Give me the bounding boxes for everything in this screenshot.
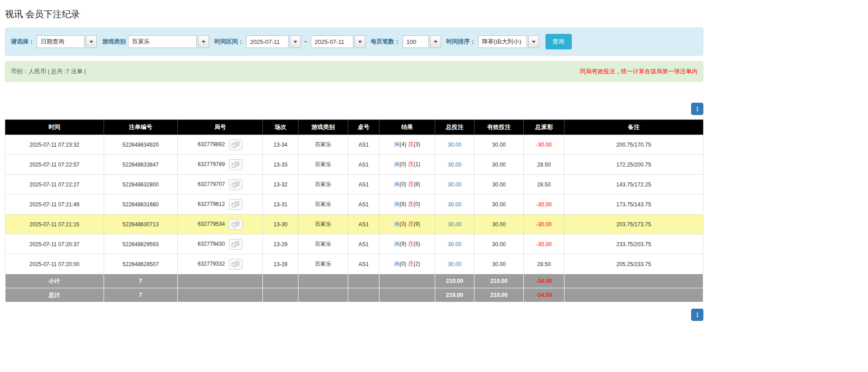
cell-result: 闲(9)庄(5) [379,234,435,254]
header-remark: 备注 [564,120,703,135]
query-type-combobox [37,35,97,48]
empty-cell [299,274,348,288]
cell-valid-bet: 30.00 [474,215,524,234]
cell-game: 百家乐 [299,195,348,215]
result-banker: 庄 [408,241,413,247]
cell-round: 632779534 [178,215,263,234]
cell-valid-bet: 30.00 [474,155,524,175]
roadmap-button[interactable] [229,139,242,150]
dice-icon [232,181,240,188]
cell-bet-id: 522648630713 [104,215,178,234]
table-row: 2025-07-11 07:22:27 522648632800 6327797… [5,175,703,195]
empty-cell [263,274,299,288]
result-player: 闲 [394,241,400,247]
cell-game: 百家乐 [299,215,348,234]
date-to-dropdown-button[interactable] [355,35,365,48]
cell-session: 13-28 [263,254,299,274]
cell-time: 2025-07-11 07:22:57 [5,155,104,175]
cell-valid-bet: 30.00 [474,135,524,155]
cell-total-bet: 30.00 [435,135,474,155]
total-bet-link[interactable]: 30.00 [448,201,461,208]
result-banker: 庄 [408,181,413,187]
cell-session: 13-32 [263,175,299,195]
cell-result: 闲(0)庄(8) [379,175,435,195]
empty-cell [379,274,435,288]
total-bet-link[interactable]: 30.00 [448,261,461,267]
result-banker: 庄 [408,161,413,167]
cell-time: 2025-07-11 07:21:15 [5,215,104,234]
result-banker: 庄 [408,261,413,267]
dice-icon [232,261,240,267]
roadmap-button[interactable] [229,159,242,170]
empty-cell [564,288,703,302]
result-player-count: (0) [400,161,407,167]
cell-total-bet: 30.00 [435,195,474,215]
page-title: 视讯 会员下注纪录 [5,8,703,20]
result-banker-count: (9) [413,221,420,227]
cell-table-no: AS1 [348,195,379,215]
total-bet-link[interactable]: 30.00 [448,142,461,148]
total-bet-link[interactable]: 30.00 [448,221,461,228]
result-player: 闲 [394,161,400,167]
date-from-dropdown-button[interactable] [290,35,301,48]
cell-remark: 205.25/233.75 [564,254,703,274]
roadmap-button[interactable] [229,179,242,190]
total-bet-link[interactable]: 30.00 [448,162,461,168]
query-type-dropdown-button[interactable] [86,35,97,48]
cell-table-no: AS1 [348,175,379,195]
sort-dropdown-button[interactable] [528,35,539,48]
total-payout: -34.50 [524,288,564,302]
total-label: 总计 [5,288,104,302]
chevron-down-icon [358,41,362,43]
table-row: 2025-07-11 07:20:00 522648628507 6327793… [5,254,703,274]
game-type-dropdown-button[interactable] [198,35,209,48]
cell-bet-id: 522648631660 [104,195,178,215]
result-banker-count: (5) [413,241,420,247]
dice-icon [232,201,240,208]
time-range-label: 时间区间： [214,38,244,46]
empty-cell [178,288,263,302]
page-1-button[interactable]: 1 [691,103,703,115]
roadmap-button[interactable] [229,199,242,210]
per-page-combobox [403,35,441,48]
cell-game: 百家乐 [299,175,348,195]
sort-input[interactable] [478,35,527,48]
date-from-input[interactable] [246,35,289,48]
roadmap-button[interactable] [229,259,242,270]
roadmap-button[interactable] [229,239,242,250]
cell-bet-id: 522648628507 [104,254,178,274]
result-banker: 庄 [408,201,413,207]
sort-label: 时间排序： [446,38,476,46]
round-number: 632779612 [198,201,225,207]
cell-payout: -30.00 [524,195,564,215]
search-button[interactable]: 查询 [545,34,572,49]
cell-valid-bet: 30.00 [474,175,524,195]
cell-valid-bet: 30.00 [474,254,524,274]
header-table-no: 桌号 [348,120,379,135]
date-to-input[interactable] [311,35,353,48]
per-page-input[interactable] [403,35,429,48]
chevron-down-icon [532,41,536,43]
query-type-input[interactable] [37,35,85,48]
cell-round: 632779612 [178,195,263,215]
cell-result: 闲(0)庄(1) [379,155,435,175]
page-1-button[interactable]: 1 [691,309,703,321]
cell-round: 632779892 [178,135,263,155]
total-bet-link[interactable]: 30.00 [448,181,461,188]
cell-total-bet: 30.00 [435,215,474,234]
result-player-count: (3) [400,221,407,227]
total-bet-link[interactable]: 30.00 [448,241,461,248]
dice-icon [232,241,240,248]
cell-payout: 28.50 [524,254,564,274]
game-type-input[interactable] [128,35,197,48]
date-to-combobox [311,35,365,48]
subtotal-payout: -34.50 [524,274,564,288]
cell-session: 13-29 [263,234,299,254]
roadmap-button[interactable] [229,219,242,230]
table-row: 2025-07-11 07:21:49 522648631660 6327796… [5,195,703,215]
cell-game: 百家乐 [299,254,348,274]
cell-table-no: AS1 [348,254,379,274]
pagination-top: 1 [5,103,703,115]
per-page-dropdown-button[interactable] [430,35,441,48]
total-valid-bet: 210.00 [474,288,524,302]
